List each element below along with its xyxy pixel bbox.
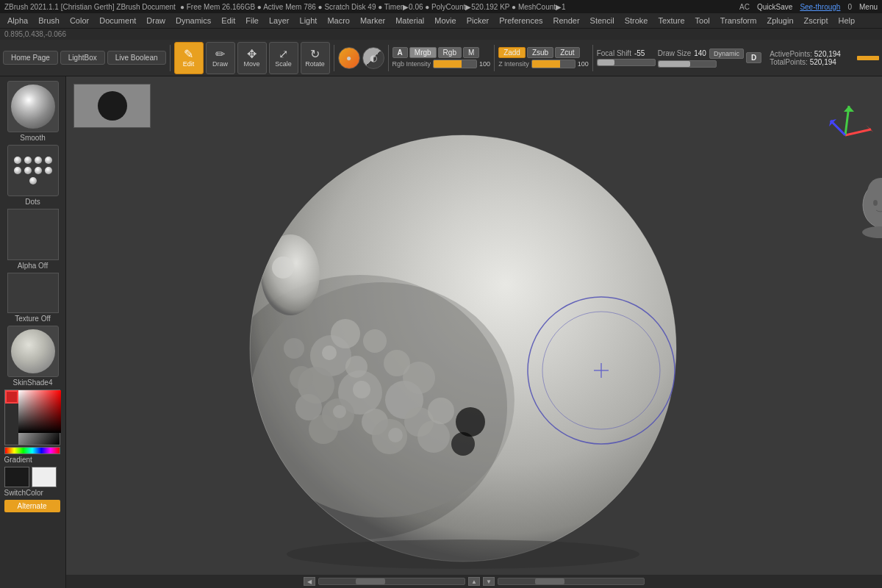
full-sphere-btn[interactable]: ●: [338, 47, 360, 69]
left-sidebar: Smooth Dots Alpha Off Texture Off: [0, 76, 66, 588]
rgb-intensity-label: Rgb Intensity: [392, 60, 431, 68]
mode-a-btn[interactable]: A: [392, 47, 408, 58]
color-swatch-white[interactable]: [32, 467, 57, 487]
dots-brush-item[interactable]: Dots: [4, 145, 62, 206]
rgb-intensity-slider[interactable]: [433, 60, 477, 68]
menu-help[interactable]: Help: [834, 15, 860, 26]
smooth-brush-thumb: [7, 81, 59, 132]
menu-layer[interactable]: Layer: [265, 15, 294, 26]
scroll-thumb-2[interactable]: [535, 578, 564, 584]
move-button[interactable]: ✥ Move: [237, 42, 267, 74]
separator-3: [388, 45, 389, 71]
draw-button[interactable]: ✏ Draw: [206, 42, 235, 74]
menu-btn[interactable]: Menu: [859, 3, 878, 11]
seethrough-btn[interactable]: See-through: [800, 3, 840, 11]
switch-colors[interactable]: [4, 467, 62, 487]
rotate-label: Rotate: [305, 60, 325, 68]
orientation-gizmo: [829, 106, 873, 135]
menu-zplugin[interactable]: Zplugin: [762, 15, 797, 26]
menu-marker[interactable]: Marker: [356, 15, 390, 26]
texture-off-item[interactable]: Texture Off: [4, 273, 62, 323]
z-intensity-slider[interactable]: [531, 60, 576, 68]
home-page-tab[interactable]: Home Page: [3, 51, 58, 65]
smooth-brush-item[interactable]: Smooth: [4, 81, 62, 142]
full-sphere-icon: ●: [346, 53, 351, 63]
coordinates: 0.895,0.438,-0.066: [4, 30, 66, 38]
hue-bar[interactable]: [4, 447, 60, 454]
menu-stroke[interactable]: Stroke: [620, 15, 653, 26]
scroll-track[interactable]: [318, 578, 465, 585]
svg-point-31: [272, 257, 294, 279]
title-bar-left: ZBrush 2021.1.1 [Christian Gerth] ZBrush…: [4, 3, 566, 11]
zadd-btn[interactable]: Zadd: [498, 47, 526, 58]
menu-macro[interactable]: Macro: [323, 15, 354, 26]
scroll-down-btn[interactable]: ▼: [483, 577, 495, 586]
menu-document[interactable]: Document: [95, 15, 140, 26]
move-icon: ✥: [247, 49, 257, 60]
mem-info: ● Free Mem 26.166GB ● Active Mem 786 ● S…: [180, 3, 566, 11]
zsub-btn[interactable]: Zsub: [527, 47, 553, 58]
half-sphere-btn[interactable]: ◐: [362, 47, 384, 69]
scroll-track-2[interactable]: [498, 578, 645, 585]
draw-icon: ✏: [215, 49, 225, 60]
mode-m-btn[interactable]: M: [463, 47, 479, 58]
menu-movie[interactable]: Movie: [430, 15, 460, 26]
draw-size-slider[interactable]: [658, 60, 717, 68]
menu-texture[interactable]: Texture: [653, 15, 689, 26]
mode-mrgb-btn[interactable]: Mrgb: [409, 47, 437, 58]
focal-shift-val: -55: [634, 49, 645, 57]
svg-marker-35: [844, 106, 854, 112]
menu-color[interactable]: Color: [65, 15, 93, 26]
alternate-button[interactable]: Alternate: [4, 500, 60, 512]
lightbox-tab[interactable]: LightBox: [60, 51, 105, 65]
menu-brush[interactable]: Brush: [34, 15, 64, 26]
menu-dynamics[interactable]: Dynamics: [171, 15, 215, 26]
menu-alpha[interactable]: Alpha: [3, 15, 32, 26]
menu-stencil[interactable]: Stencil: [586, 15, 619, 26]
scroll-left-btn[interactable]: ◀: [304, 577, 315, 586]
menu-material[interactable]: Material: [391, 15, 429, 26]
svg-point-40: [873, 200, 878, 206]
mode-rgb-btn[interactable]: Rgb: [438, 47, 462, 58]
color-saturation-area: [18, 390, 61, 433]
menu-zscript[interactable]: Zscript: [800, 15, 833, 26]
main-layout: Smooth Dots Alpha Off Texture Off: [0, 76, 882, 588]
bottom-scrollbar[interactable]: ◀ ▲ ▼: [66, 575, 882, 588]
skinshade-label: SkinShade4: [13, 379, 53, 387]
svg-rect-1: [18, 390, 61, 433]
red-color-indicator: [5, 390, 18, 404]
menu-tool[interactable]: Tool: [691, 15, 714, 26]
menu-edit[interactable]: Edit: [217, 15, 240, 26]
scroll-thumb[interactable]: [356, 578, 385, 584]
canvas-area[interactable]: ◀ ▲ ▼: [66, 76, 882, 588]
active-points-row: ActivePoints: 520,194: [770, 50, 841, 58]
zcut-btn[interactable]: Zcut: [555, 47, 579, 58]
skinshade-item[interactable]: SkinShade4: [4, 326, 62, 387]
color-picker[interactable]: Gradient SwitchColor Alternate: [4, 390, 62, 512]
menu-file[interactable]: File: [241, 15, 263, 26]
quicksave-btn[interactable]: QuickSave: [757, 3, 792, 11]
smooth-preview: [11, 85, 55, 129]
menu-transform[interactable]: Transform: [716, 15, 761, 26]
menu-picker[interactable]: Picker: [462, 15, 494, 26]
menu-light[interactable]: Light: [295, 15, 322, 26]
live-boolean-tab[interactable]: Live Boolean: [107, 51, 166, 65]
focal-shift-slider[interactable]: [597, 59, 656, 66]
model-viewport[interactable]: [66, 76, 882, 588]
scale-button[interactable]: ⤢ Scale: [269, 42, 298, 74]
dots-preview: [8, 154, 58, 187]
head-preview: [862, 178, 882, 238]
menu-render[interactable]: Render: [549, 15, 584, 26]
color-gradient-box[interactable]: [4, 390, 60, 445]
edit-button[interactable]: ✎ Edit: [174, 42, 204, 74]
total-points-row: TotalPoints: 520,194: [770, 58, 841, 66]
alpha-off-item[interactable]: Alpha Off: [4, 209, 62, 270]
menu-draw[interactable]: Draw: [142, 15, 170, 26]
menu-preferences[interactable]: Preferences: [495, 15, 547, 26]
dynamic-btn[interactable]: Dynamic: [709, 49, 744, 59]
draw-size-val: 140: [694, 49, 706, 57]
rotate-button[interactable]: ↻ Rotate: [301, 42, 330, 74]
scroll-up-btn[interactable]: ▲: [468, 577, 480, 586]
color-swatch-black[interactable]: [4, 467, 29, 487]
d-button[interactable]: D: [746, 52, 761, 63]
